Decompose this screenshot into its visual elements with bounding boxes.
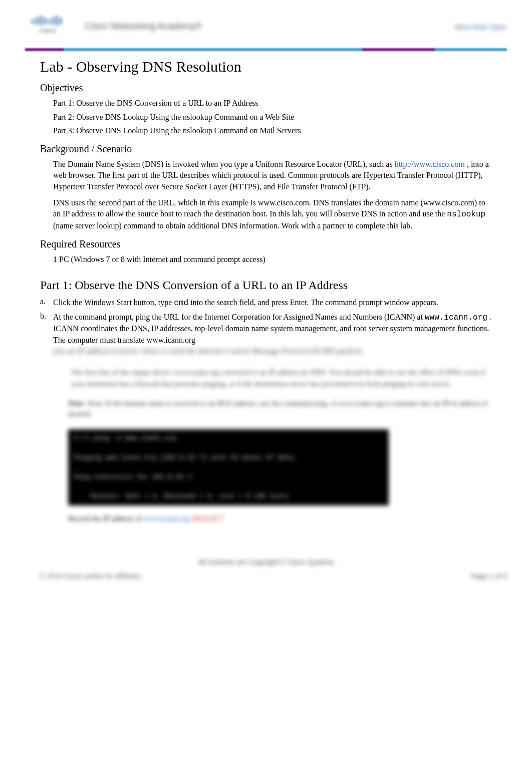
cisco-bars-icon — [30, 15, 66, 28]
logo: CISCO — [25, 10, 70, 38]
background-heading: Background / Scenario — [40, 143, 492, 155]
header-center-text: Cisco Networking Academy® — [85, 21, 201, 32]
page-footer: All contents are Copyright © Cisco Syste… — [25, 558, 507, 588]
footer-center: All contents are Copyright © Cisco Syste… — [25, 558, 507, 566]
divider-color-bar — [25, 48, 507, 51]
resources-heading: Required Resources — [40, 238, 492, 250]
terminal-line-4: Packets: Sent = 4, Received = 4, Lost = … — [74, 492, 383, 500]
step-a-mid1: button, type — [134, 298, 174, 307]
note-bold: Note — [68, 399, 83, 407]
step-b-letter: b. — [40, 312, 53, 357]
logo-text: CISCO — [40, 28, 56, 34]
step-b-blurred-tail: into an IP address to know where to send… — [53, 347, 364, 355]
resource-item: 1 PC (Windows 7 or 8 with Internet and c… — [53, 254, 492, 265]
background-para-1: The Domain Name System (DNS) is invoked … — [53, 159, 492, 192]
answer-link: www.icann.org — [144, 514, 189, 523]
cmd-command: cmd — [174, 299, 188, 308]
cisco-url-link[interactable]: http://www.cisco.com — [395, 160, 465, 168]
document-body: Lab - Observing DNS Resolution Objective… — [0, 51, 532, 523]
terminal-line-2: Pinging www.icann.org [192.0.32.7] with … — [74, 454, 383, 462]
bg-p2-post: (name server lookup) command to obtain a… — [53, 221, 412, 230]
answer-pre: Record the IP address of — [68, 514, 144, 523]
background-para-2: DNS uses the second part of the URL, whi… — [53, 197, 492, 231]
nslookup-command: nslookup — [447, 210, 485, 219]
step-a-text: Click the Windows Start button, type cmd… — [53, 297, 492, 309]
objectives-heading: Objectives — [40, 82, 492, 94]
step-b-row: b. At the command prompt, ping the URL f… — [40, 312, 492, 357]
footer-right: Page 1 of 4 — [471, 572, 507, 580]
bg-p2-pre: DNS uses the second part of the URL, whi… — [53, 198, 485, 218]
header-right-text: Mind Wide Open — [455, 23, 507, 31]
objective-item-2: Part 2: Observe DNS Lookup Using the nsl… — [53, 112, 492, 123]
svg-rect-0 — [32, 20, 34, 24]
objective-item-3: Part 3: Observe DNS Lookup Using the nsl… — [53, 125, 492, 136]
svg-rect-3 — [44, 18, 46, 25]
step-a-letter: a. — [40, 297, 53, 309]
answer-line: Record the IP address of www.icann.org 1… — [68, 514, 492, 523]
page-header: CISCO Cisco Networking Academy® Mind Wid… — [25, 15, 507, 43]
svg-rect-1 — [36, 18, 38, 25]
svg-rect-6 — [56, 16, 58, 26]
answer-red: 192.0.32.7 — [191, 514, 223, 523]
terminal-output: C:\> ping -4 www.icann.org Pinging www.i… — [68, 429, 389, 505]
terminal-line-1: C:\> ping -4 www.icann.org — [74, 434, 383, 442]
svg-rect-4 — [48, 20, 50, 24]
page-title: Lab - Observing DNS Resolution — [40, 58, 492, 75]
note-text: Note: If the domain name is resolved to … — [68, 399, 487, 418]
icann-url: www.icann.org — [425, 313, 487, 322]
step-a-post: and press Enter. The command prompt wind… — [258, 298, 438, 307]
part1-heading: Part 1: Observe the DNS Conversion of a … — [40, 279, 492, 292]
blurred-note: Note: Note: If the domain name is resolv… — [68, 398, 492, 419]
blurred-paragraph-1: The first line of the output shows www.i… — [68, 363, 492, 393]
step-b-pre: At the command prompt, ping the URL for … — [53, 313, 425, 321]
svg-rect-2 — [40, 16, 42, 26]
svg-rect-5 — [52, 18, 54, 25]
footer-left: © 2015 Cisco and/or its affiliates. — [40, 572, 143, 580]
svg-rect-7 — [60, 18, 62, 25]
objective-item-1: Part 1: Observe the DNS Conversion of a … — [53, 98, 492, 109]
page: CISCO Cisco Networking Academy® Mind Wid… — [0, 15, 532, 782]
step-b-text: At the command prompt, ping the URL for … — [53, 312, 492, 357]
step-a-mid2: into the search field, — [190, 298, 256, 307]
terminal-line-3: Ping statistics for 192.0.32.7: — [74, 473, 383, 481]
bg-p1-pre: The Domain Name System (DNS) is invoked … — [53, 160, 395, 168]
step-a-pre: Click the — [53, 298, 84, 307]
windows-start-label: Windows Start — [84, 298, 132, 307]
step-a-row: a. Click the Windows Start button, type … — [40, 297, 492, 309]
